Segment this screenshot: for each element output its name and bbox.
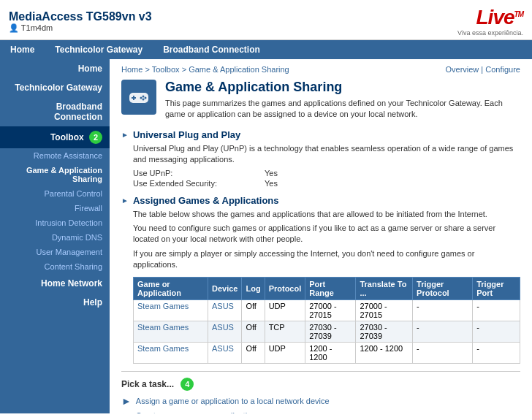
col-game: Game or Application xyxy=(134,277,208,299)
trigger-port-2: - xyxy=(473,321,520,342)
assigned-desc1: The table below shows the games and appl… xyxy=(133,209,520,220)
sidebar: Home Technicolor Gateway Broadband Conne… xyxy=(0,59,110,413)
breadcrumb: Home > Toolbox > Game & Application Shar… xyxy=(121,65,520,74)
upnp-use-value: Yes xyxy=(265,169,278,177)
translate-1: 27000 - 27015 xyxy=(356,299,413,321)
sidebar-item-gateway[interactable]: Technicolor Gateway xyxy=(0,78,110,97)
upnp-security-label: Use Extended Security: xyxy=(133,179,265,188)
header-title-area: MediaAccess TG589vn v3 T1m4dm xyxy=(9,10,152,33)
page-title-area: Game & Application Sharing This page sum… xyxy=(165,80,520,121)
col-log: Log xyxy=(242,277,265,299)
device-link-1[interactable]: ASUS xyxy=(212,302,234,310)
sidebar-item-broadband[interactable]: Broadband Connection xyxy=(0,97,110,126)
translate-2: 27030 - 27039 xyxy=(356,321,413,342)
col-trigger-proto: Trigger Protocol xyxy=(413,277,473,299)
sidebar-subsection-remote[interactable]: Remote Assistance xyxy=(0,148,110,163)
sidebar-item-homenet[interactable]: Home Network xyxy=(0,274,110,293)
proto-3: UDP xyxy=(265,342,305,363)
task-item-2: ► Create a new game or application xyxy=(121,410,520,413)
assigned-section-header[interactable]: ► Assigned Games & Applications xyxy=(121,195,520,206)
trigger-proto-2: - xyxy=(413,321,473,342)
tasks-title: Pick a task... 4 xyxy=(121,378,520,391)
assigned-desc3: If you are simply a player or simply acc… xyxy=(133,248,520,271)
upnp-section: ► Universal Plug and Play Universal Plug… xyxy=(121,129,520,188)
sidebar-subsection-dns[interactable]: Dynamic DNS xyxy=(0,230,110,245)
overview-link[interactable]: Overview xyxy=(445,65,479,74)
task-link-2[interactable]: Create a new game or application xyxy=(136,411,256,413)
logo-text: LiveTM xyxy=(476,6,523,28)
toolbox-badge: 2 xyxy=(89,131,102,144)
log-1: Off xyxy=(242,299,265,321)
col-protocol: Protocol xyxy=(265,277,305,299)
page-header-section: Game & Application Sharing This page sum… xyxy=(121,80,520,121)
logo-sub: Viva essa experiência. xyxy=(457,29,523,37)
game-link-2[interactable]: Steam Games xyxy=(137,323,189,332)
translate-3: 1200 - 1200 xyxy=(356,342,413,363)
svg-point-5 xyxy=(142,99,145,101)
tasks-section: Pick a task... 4 ► Assign a game or appl… xyxy=(121,371,520,413)
nav-bar: Home Technicolor Gateway Broadband Conne… xyxy=(0,40,532,59)
user-label: T1m4dm xyxy=(9,23,152,33)
sidebar-subsection-intrusion[interactable]: Intrusion Detection xyxy=(0,215,110,230)
svg-rect-2 xyxy=(132,97,136,99)
device-link-3[interactable]: ASUS xyxy=(212,344,234,353)
upnp-security-value: Yes xyxy=(265,179,278,188)
upnp-section-header[interactable]: ► Universal Plug and Play xyxy=(121,129,520,140)
range-2: 27030 - 27039 xyxy=(305,321,356,342)
sidebar-subsection-parental[interactable]: Parental Control xyxy=(0,186,110,201)
col-portrange: Port Range xyxy=(305,277,356,299)
proto-1: UDP xyxy=(265,299,305,321)
overview-configure: Overview | Configure xyxy=(445,65,520,74)
tasks-badge: 4 xyxy=(180,378,194,391)
logo-area: LiveTM Viva essa experiência. xyxy=(457,6,523,37)
range-1: 27000 - 27015 xyxy=(305,299,356,321)
sidebar-subsection-usermgmt[interactable]: User Management xyxy=(0,245,110,259)
task-arrow-icon-2: ► xyxy=(121,410,132,413)
table-row: Steam Games ASUS Off UDP 27000 - 27015 2… xyxy=(134,299,520,321)
col-translate: Translate To ... xyxy=(356,277,413,299)
svg-point-3 xyxy=(142,96,145,98)
task-item-1: ► Assign a game or application to a loca… xyxy=(121,395,520,407)
breadcrumb-home[interactable]: Home xyxy=(121,65,142,74)
breadcrumb-toolbox[interactable]: Toolbox xyxy=(152,65,180,74)
game-link-1[interactable]: Steam Games xyxy=(137,302,189,310)
range-3: 1200 - 1200 xyxy=(305,342,356,363)
nav-home[interactable]: Home xyxy=(0,40,45,59)
device-link-2[interactable]: ASUS xyxy=(212,323,234,332)
svg-point-4 xyxy=(145,97,147,99)
triangle-icon-2: ► xyxy=(121,196,129,205)
svg-point-6 xyxy=(140,97,142,99)
content-area: Home > Toolbox > Game & Application Shar… xyxy=(110,59,532,413)
assigned-games-section: ► Assigned Games & Applications The tabl… xyxy=(121,195,520,364)
sidebar-item-toolbox[interactable]: Toolbox 2 xyxy=(0,126,110,148)
sidebar-item-help[interactable]: Help xyxy=(0,293,110,312)
task-arrow-icon-1: ► xyxy=(121,395,132,407)
sidebar-subsection-firewall[interactable]: Firewall xyxy=(0,201,110,215)
upnp-use-row: Use UPnP: Yes xyxy=(133,169,520,177)
log-3: Off xyxy=(242,342,265,363)
upnp-use-label: Use UPnP: xyxy=(133,169,265,177)
triangle-icon: ► xyxy=(121,131,129,139)
breadcrumb-path: Home > Toolbox > Game & Application Shar… xyxy=(121,65,289,74)
log-2: Off xyxy=(242,321,265,342)
col-device: Device xyxy=(208,277,241,299)
page-description: This page summarizes the games and appli… xyxy=(165,98,520,121)
game-link-3[interactable]: Steam Games xyxy=(137,344,189,353)
page-header: MediaAccess TG589vn v3 T1m4dm LiveTM Viv… xyxy=(0,0,532,40)
sidebar-item-home[interactable]: Home xyxy=(0,59,110,78)
task-link-1[interactable]: Assign a game or application to a local … xyxy=(136,397,330,405)
configure-link[interactable]: Configure xyxy=(485,65,520,74)
nav-gateway[interactable]: Technicolor Gateway xyxy=(45,40,153,59)
sidebar-subsection-content[interactable]: Content Sharing xyxy=(0,259,110,274)
app-title: MediaAccess TG589vn v3 xyxy=(9,10,152,23)
breadcrumb-current: Game & Application Sharing xyxy=(189,65,289,74)
nav-broadband[interactable]: Broadband Connection xyxy=(153,40,270,59)
sidebar-subsection-games[interactable]: Game & ApplicationSharing xyxy=(0,163,110,186)
assigned-body: The table below shows the games and appl… xyxy=(133,209,520,364)
table-row: Steam Games ASUS Off UDP 1200 - 1200 120… xyxy=(134,342,520,363)
upnp-security-row: Use Extended Security: Yes xyxy=(133,179,520,188)
assigned-title: Assigned Games & Applications xyxy=(133,195,279,206)
upnp-body: Universal Plug and Play (UPnP) is a tech… xyxy=(133,143,520,188)
page-title: Game & Application Sharing xyxy=(165,80,520,95)
main-layout: Home Technicolor Gateway Broadband Conne… xyxy=(0,59,532,413)
